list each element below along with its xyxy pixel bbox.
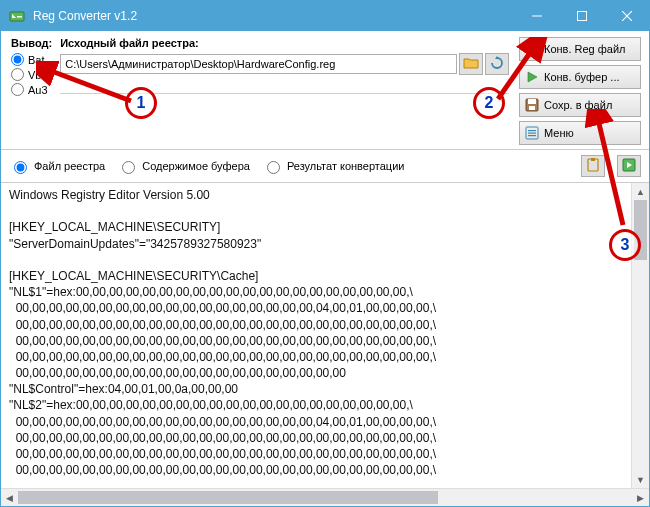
- scroll-right-icon[interactable]: ▶: [632, 489, 649, 506]
- convert-buffer-button[interactable]: Конв. буфер ...: [519, 65, 641, 89]
- scroll-left-icon[interactable]: ◀: [1, 489, 18, 506]
- svg-rect-5: [528, 99, 536, 104]
- registry-text-view[interactable]: Windows Registry Editor Version 5.00 [HK…: [1, 183, 631, 488]
- svg-rect-1: [17, 16, 22, 18]
- svg-rect-8: [528, 130, 536, 131]
- titlebar[interactable]: Reg Converter v1.2: [1, 1, 649, 31]
- radio-vbs[interactable]: Vbs: [11, 68, 52, 81]
- open-file-button[interactable]: [459, 53, 483, 75]
- scroll-thumb[interactable]: [634, 200, 647, 260]
- radio-view-file[interactable]: Файл реестра: [9, 158, 105, 174]
- clipboard-icon: [586, 158, 600, 174]
- radio-view-buffer[interactable]: Содержимое буфера: [117, 158, 250, 174]
- radio-view-result[interactable]: Результат конвертации: [262, 158, 405, 174]
- radio-bat[interactable]: Bat: [11, 53, 52, 66]
- scroll-down-icon[interactable]: ▼: [632, 471, 649, 488]
- run-button[interactable]: [617, 155, 641, 177]
- close-button[interactable]: [604, 1, 649, 31]
- radio-au3[interactable]: Au3: [11, 83, 52, 96]
- svg-rect-6: [529, 106, 535, 110]
- folder-icon: [463, 56, 479, 72]
- source-label: Исходный файл реестра:: [60, 37, 509, 49]
- source-path-input[interactable]: [60, 54, 457, 74]
- app-icon: [9, 8, 25, 24]
- svg-rect-12: [591, 158, 595, 161]
- window-title: Reg Converter v1.2: [33, 9, 514, 23]
- divider: [60, 93, 509, 94]
- play-icon: [524, 69, 540, 85]
- play-icon: [524, 41, 540, 57]
- menu-icon: [524, 125, 540, 141]
- convert-reg-button[interactable]: Конв. Reg файл: [519, 37, 641, 61]
- svg-rect-10: [528, 135, 536, 136]
- save-to-file-button[interactable]: Сохр. в файл: [519, 93, 641, 117]
- maximize-button[interactable]: [559, 1, 604, 31]
- save-icon: [524, 97, 540, 113]
- refresh-button[interactable]: [485, 53, 509, 75]
- copy-button[interactable]: [581, 155, 605, 177]
- refresh-icon: [490, 56, 504, 72]
- run-icon: [622, 158, 636, 174]
- hscroll-thumb[interactable]: [18, 491, 438, 504]
- output-label: Вывод:: [11, 37, 52, 49]
- vertical-scrollbar[interactable]: ▲ ▼: [631, 183, 649, 488]
- scroll-up-icon[interactable]: ▲: [632, 183, 649, 200]
- horizontal-scrollbar[interactable]: ◀ ▶: [1, 488, 649, 506]
- minimize-button[interactable]: [514, 1, 559, 31]
- svg-rect-3: [577, 12, 586, 21]
- svg-rect-9: [528, 133, 536, 134]
- svg-rect-2: [532, 16, 542, 17]
- menu-button[interactable]: Меню: [519, 121, 641, 145]
